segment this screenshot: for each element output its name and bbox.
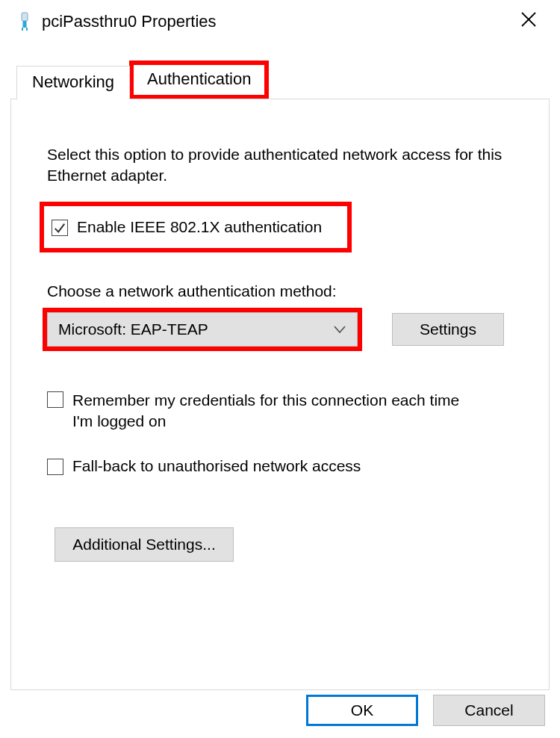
- close-icon[interactable]: [514, 10, 544, 32]
- enable-8021x-label: Enable IEEE 802.1X authentication: [77, 218, 322, 236]
- remember-credentials-checkbox[interactable]: [47, 391, 63, 408]
- tab-networking[interactable]: Networking: [16, 66, 130, 99]
- highlight-authentication-tab: Authentication: [129, 61, 269, 99]
- highlight-enable-8021x: Enable IEEE 802.1X authentication: [40, 202, 352, 252]
- ok-button[interactable]: OK: [306, 695, 418, 726]
- titlebar: pciPassthru0 Properties: [0, 0, 560, 40]
- panel-description: Select this option to provide authentica…: [47, 144, 529, 187]
- tab-panel-authentication: Select this option to provide authentica…: [10, 99, 550, 690]
- auth-method-value: Microsoft: EAP-TEAP: [58, 320, 208, 338]
- fallback-unauthorised-checkbox[interactable]: [47, 459, 63, 475]
- chevron-down-icon: [333, 320, 346, 338]
- network-adapter-icon: [16, 12, 33, 31]
- additional-settings-button[interactable]: Additional Settings...: [55, 527, 234, 562]
- window-title: pciPassthru0 Properties: [42, 12, 217, 31]
- cancel-button[interactable]: Cancel: [433, 695, 545, 726]
- enable-8021x-checkbox[interactable]: [52, 220, 68, 236]
- auth-method-combobox[interactable]: Microsoft: EAP-TEAP: [47, 312, 358, 347]
- settings-button[interactable]: Settings: [392, 313, 504, 346]
- svg-rect-0: [22, 13, 28, 21]
- tab-strip: Networking Authentication: [16, 61, 560, 99]
- tab-authentication[interactable]: Authentication: [134, 65, 264, 95]
- fallback-unauthorised-label: Fall-back to unauthorised network access: [72, 457, 361, 475]
- highlight-auth-method-combo: Microsoft: EAP-TEAP: [43, 308, 362, 351]
- svg-rect-1: [23, 21, 27, 28]
- remember-credentials-label: Remember my credentials for this connect…: [72, 390, 465, 432]
- dialog-footer: OK Cancel: [306, 695, 545, 726]
- choose-method-label: Choose a network authentication method:: [47, 282, 529, 300]
